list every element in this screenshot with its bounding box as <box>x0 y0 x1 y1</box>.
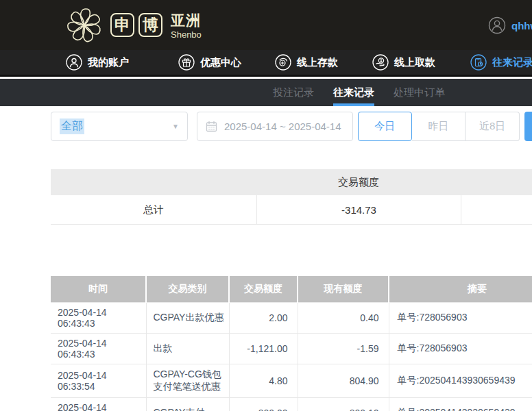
promo-icon <box>178 54 195 71</box>
summary-header-label: 交易额度 <box>256 169 461 195</box>
cell-amount: 4.80 <box>229 364 298 397</box>
type-select[interactable]: 全部 ▼ <box>51 112 188 141</box>
quick-date-buttons: 今日 昨日 近8日 <box>358 112 520 141</box>
cell-time: 2025-04-14 06:43:43 <box>51 333 146 364</box>
date-range-value: 2025-04-14 ~ 2025-04-14 <box>224 121 341 132</box>
table-header-row: 时间 交易类别 交易额度 现有额度 摘要 <box>51 276 532 302</box>
col-header-time: 时间 <box>51 276 146 302</box>
table-row: 2025-04-14 06:43:43 CGPAY出款优惠 2.00 0.40 … <box>51 302 532 333</box>
filter-row: 全部 ▼ 2025-04-14 ~ 2025-04-14 今日 昨日 近8日 <box>0 112 532 141</box>
tab-transaction-records[interactable]: 往来记录 <box>333 79 374 106</box>
tab-label: 往来记录 <box>333 86 374 99</box>
flower-logo-icon <box>65 6 104 45</box>
records-icon <box>470 54 487 71</box>
summary-table: 交易额度 总计 -314.73 <box>51 169 532 225</box>
search-button[interactable] <box>524 112 532 141</box>
table-row: 2025-04-14 06:33:54 CGPAY支付 800.00 800.1… <box>51 397 532 411</box>
today-button[interactable]: 今日 <box>358 112 412 141</box>
summary-empty-cell <box>461 195 532 224</box>
cell-type: CGPAY支付 <box>146 397 229 411</box>
tab-pending-orders[interactable]: 处理中订单 <box>394 79 445 106</box>
brand-region: 亚洲 <box>171 11 202 30</box>
summary-header: 交易额度 <box>51 169 532 195</box>
nav-item-withdraw[interactable]: 线上取款 <box>372 50 435 75</box>
username[interactable]: qhhw <box>511 20 532 32</box>
sub-nav: 投注记录 往来记录 处理中订单 <box>0 79 532 106</box>
cell-type: CGPAY出款优惠 <box>146 302 229 333</box>
cell-balance: 800.10 <box>298 397 389 411</box>
cell-summary: 单号:728056903 <box>389 302 532 333</box>
nav-item-label: 优惠中心 <box>200 56 241 69</box>
brand-boxed-chars: 申 博 <box>110 13 162 37</box>
col-header-balance: 现有额度 <box>298 276 389 302</box>
cell-amount: 800.00 <box>229 397 298 411</box>
cell-amount: -1,121.00 <box>229 333 298 364</box>
cell-balance: 0.40 <box>298 302 389 333</box>
cell-summary: 单号:728056903 <box>389 333 532 364</box>
tab-label: 投注记录 <box>273 86 314 99</box>
brand-char-2: 博 <box>138 13 162 37</box>
withdraw-icon <box>372 54 389 71</box>
cell-time: 2025-04-14 06:43:43 <box>51 302 146 333</box>
calendar-icon <box>206 121 217 132</box>
cell-time: 2025-04-14 06:33:54 <box>51 364 146 397</box>
date-range-input[interactable]: 2025-04-14 ~ 2025-04-14 <box>197 112 353 141</box>
nav-item-label: 我的账户 <box>88 56 129 69</box>
account-icon <box>66 54 82 71</box>
user-area[interactable]: qhhw <box>488 16 532 34</box>
transactions-table: 时间 交易类别 交易额度 现有额度 摘要 2025-04-14 06:43:43… <box>51 276 532 411</box>
top-header: 申 博 亚洲 Shenbo qhhw <box>0 0 532 50</box>
brand-subtitle: Shenbo <box>171 29 202 40</box>
yesterday-button[interactable]: 昨日 <box>412 112 466 141</box>
cell-balance: 804.90 <box>298 364 389 397</box>
nav-item-label: 线上取款 <box>394 56 435 69</box>
tab-bet-records[interactable]: 投注记录 <box>273 79 314 106</box>
col-header-amount: 交易额度 <box>229 276 298 302</box>
summary-row: 总计 -314.73 <box>51 195 532 225</box>
nav-item-label: 线上存款 <box>297 56 338 69</box>
cell-balance: -1.59 <box>298 333 389 364</box>
user-avatar-icon <box>488 16 506 34</box>
col-header-type: 交易类别 <box>146 276 229 302</box>
deposit-icon <box>275 54 291 71</box>
table-row: 2025-04-14 06:43:43 出款 -1,121.00 -1.59 单… <box>51 333 532 364</box>
type-select-value: 全部 <box>60 119 84 134</box>
col-header-summary: 摘要 <box>389 276 532 302</box>
brand-logo[interactable]: 申 博 亚洲 Shenbo <box>65 6 202 45</box>
tab-label: 处理中订单 <box>394 86 445 99</box>
nav-item-promo[interactable]: 优惠中心 <box>178 50 241 75</box>
nav-item-account[interactable]: 我的账户 <box>66 50 129 75</box>
cell-type: 出款 <box>146 333 229 364</box>
cell-type: CGPAY-CG钱包支付笔笔送优惠 <box>146 364 229 397</box>
nav-item-records[interactable]: 往来记录 <box>470 50 532 75</box>
nav-item-label: 往来记录 <box>492 56 532 69</box>
chevron-down-icon: ▼ <box>172 123 179 130</box>
table-row: 2025-04-14 06:33:54 CGPAY-CG钱包支付笔笔送优惠 4.… <box>51 364 532 397</box>
cell-amount: 2.00 <box>229 302 298 333</box>
nav-item-deposit[interactable]: 线上存款 <box>275 50 338 75</box>
main-nav: 我的账户 优惠中心 线上存款 <box>0 50 532 77</box>
brand-char-1: 申 <box>110 13 134 37</box>
cell-summary: 单号:202504143930659439 <box>389 397 532 411</box>
summary-total-label: 总计 <box>51 195 256 224</box>
summary-total-value: -314.73 <box>256 195 461 224</box>
page: 申 博 亚洲 Shenbo qhhw 我的账户 <box>0 0 532 411</box>
cell-time: 2025-04-14 06:33:54 <box>51 397 146 411</box>
last8days-button[interactable]: 近8日 <box>466 112 520 141</box>
cell-summary: 单号:202504143930659439 <box>389 364 532 397</box>
